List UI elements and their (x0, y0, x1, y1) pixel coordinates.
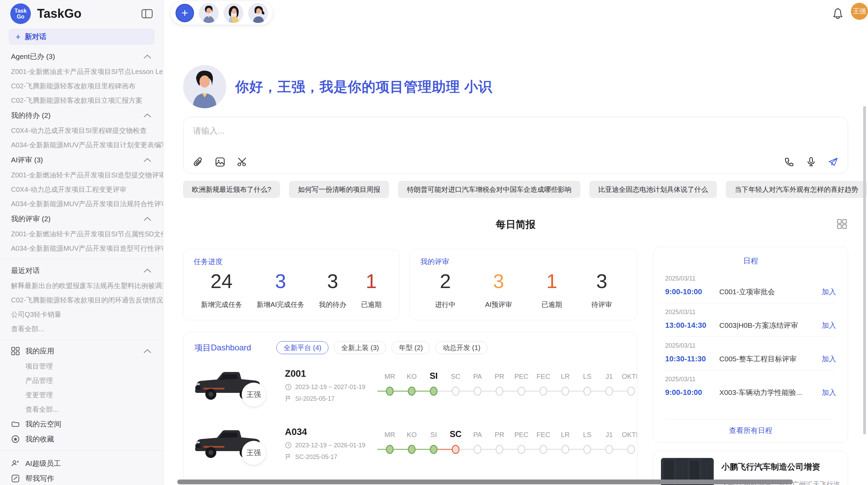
recent-chat-item[interactable]: 解释最新出台的欧盟报废车法规再生塑料比例被调至15%... (0, 278, 163, 293)
dashboard-tab[interactable]: 年型 (2) (391, 341, 430, 354)
stat: 3 AI预评审 (485, 271, 512, 309)
image-icon[interactable] (215, 157, 225, 167)
join-button[interactable]: 加入 (822, 321, 836, 330)
schedule-item: 2025/03/11 9:00-10:00 C001-立项审批会 加入 (665, 270, 836, 303)
suggestion-chip[interactable]: 欧洲新规最近颁布了什么? (183, 181, 280, 198)
ai-staff-label: AI超级员工 (25, 459, 61, 468)
avatar[interactable] (224, 3, 243, 23)
stat: 24 新增完成任务 (201, 271, 242, 309)
stat-label: 已逾期 (542, 300, 562, 309)
dashboard-tabs: 全新平台 (4)全新上装 (3)年型 (2)动总开发 (1) (276, 341, 487, 354)
sidebar-item[interactable]: Z001-全新燃油轻卡产品开发项目SI节点属性5D文件评审 (0, 227, 163, 241)
task-progress-stats: 24 新增完成任务 3 新增AI完成任务 3 我的待办 1 (194, 268, 389, 312)
stat-label: AI预评审 (485, 300, 512, 309)
svg-text:MR: MR (384, 373, 395, 380)
task-progress-card: 任务进度 24 新增完成任务 3 新增AI完成任务 3 (183, 249, 399, 320)
sidebar-item-ai-staff[interactable]: AI超级员工 (0, 456, 163, 471)
dashboard-tab[interactable]: 动总开发 (1) (435, 341, 487, 354)
schedule-card: 日程 2025/03/11 9:00-10:00 C001-立项审批会 加入 (653, 247, 848, 443)
sidebar-item-cloud-space[interactable]: 我的云空间 (0, 416, 163, 432)
dashboard-title: 项目Dashboard (194, 342, 251, 353)
suggestion-chip[interactable]: 如何写一份清晰的项目周报 (289, 181, 389, 198)
section-title: 我的评审 (2) (11, 214, 51, 224)
my-todo-list: C0X4-动力总成开发项目SI里程碑提交物检查A034-全新新能源MUV产品开发… (0, 123, 163, 152)
dashboard-tab[interactable]: 全新上装 (3) (334, 341, 386, 354)
scissors-icon[interactable] (237, 157, 247, 167)
user-avatar[interactable]: 王强 (851, 3, 868, 20)
sidebar-item-favorites[interactable]: 我的收藏 (0, 432, 163, 447)
sidebar-item[interactable]: C0X4-动力总成开发项目工程变更评审 (0, 182, 163, 197)
stat-value: 3 (596, 271, 607, 291)
stat-label: 新增AI完成任务 (257, 300, 304, 309)
sidebar-item[interactable]: C0X4-动力总成开发项目SI里程碑提交物检查 (0, 123, 163, 138)
add-session-button[interactable]: + (176, 4, 194, 22)
join-button[interactable]: 加入 (822, 287, 836, 297)
recent-chats-list: 解释最新出台的欧盟报废车法规再生塑料比例被调至15%...C02-飞腾新能源轻客… (0, 278, 163, 336)
send-icon[interactable] (828, 157, 838, 167)
suggestion-chip[interactable]: 比亚迪全固态电池计划具体说了什么 (589, 181, 717, 198)
right-column: 日程 2025/03/11 9:00-10:00 C001-立项审批会 加入 (653, 247, 848, 485)
sidebar-item[interactable]: C02-飞腾新能源轻客改款项目立项汇报方案 (0, 93, 163, 108)
chat-input[interactable] (193, 125, 838, 157)
mic-icon[interactable] (806, 157, 816, 167)
join-button[interactable]: 加入 (822, 354, 836, 364)
paperclip-icon[interactable] (193, 157, 203, 167)
chevron-up-icon (143, 54, 152, 59)
section-header-ai-review[interactable]: AI评审 (3) (0, 152, 163, 168)
owner-name: 王强 (246, 448, 261, 458)
horizontal-scrollbar[interactable] (177, 480, 793, 484)
app-item[interactable]: 产品管理 (0, 373, 163, 388)
section-header-agent-done[interactable]: Agent已办 (3) (0, 49, 163, 64)
dashboard-tab[interactable]: 全新平台 (4) (276, 341, 328, 354)
avatar[interactable] (248, 3, 268, 23)
sidebar-item[interactable]: A034-全新新能源MUV产品开发项目法规符合性评审 (0, 197, 163, 211)
section-header-my-review[interactable]: 我的评审 (2) (0, 211, 163, 227)
recent-chat-item[interactable]: 公司Q3轻卡销量 (0, 307, 163, 322)
sidebar-item[interactable]: Z001-全新燃油轻卡产品开发项目SI造型提交物评审 (0, 168, 163, 182)
sidebar-item[interactable]: Z001-全新燃油皮卡产品开发项目SI节点Lesson Learn报告 (0, 64, 163, 79)
news-title: 小鹏飞行汽车制造公司增资 (721, 461, 840, 472)
project-image: 王强 (193, 368, 266, 402)
chevron-up-icon (143, 158, 152, 162)
vertical-scrollbar[interactable] (863, 106, 866, 434)
project-info: Z001 2023-12-19 ~ 2027-01-19 SI-2025-05-… (285, 369, 375, 402)
sidebar-item[interactable]: A034-全新新能源MUV产品开发项目计划变更表编写 (0, 138, 163, 152)
new-chat-button[interactable]: + 新对话 (9, 29, 154, 45)
project-dates: 2023-12-19 ~ 2027-01-19 (285, 384, 375, 391)
favorites-icon (11, 435, 20, 444)
phone-icon[interactable] (784, 157, 794, 167)
project-row[interactable]: 王强 A034 2023-12-19 ~ 2026-01-19 SC (193, 416, 627, 471)
panel-collapse-icon[interactable] (141, 9, 153, 19)
app-item[interactable]: 项目管理 (0, 359, 163, 373)
view-all-schedule-link[interactable]: 查看所有日程 (665, 419, 836, 435)
section-header-my-todo[interactable]: 我的待办 (2) (0, 108, 163, 123)
briefing-header: 每日简报 (183, 218, 848, 234)
app-item[interactable]: 查看全部... (0, 402, 163, 416)
layout-grid-icon[interactable] (836, 219, 847, 229)
sidebar-item[interactable]: C02-飞腾新能源轻客改款项目里程碑画布 (0, 79, 163, 93)
svg-text:SI: SI (430, 371, 438, 381)
sidebar-item[interactable]: A034-全新新能源MUV产品开发项目造型可行性评审 (0, 241, 163, 256)
section-header-my-apps[interactable]: 我的应用 (0, 343, 163, 359)
logo-line2: Go (17, 14, 24, 20)
briefing-title: 每日简报 (183, 218, 848, 232)
suggestion-chip[interactable]: 当下年轻人对汽车外观有怎样的喜好趋势 (726, 181, 867, 198)
project-flag-label: SC-2025-05-17 (295, 453, 337, 461)
recent-chat-item[interactable]: C02-飞腾新能源轻客改款项目的闭环通告反馈情况 (0, 293, 163, 307)
svg-text:LR: LR (561, 431, 570, 438)
project-row[interactable]: 王强 Z001 2023-12-19 ~ 2027-01-19 SI (193, 358, 627, 412)
suggestion-chip[interactable]: 特朗普可能对进口汽车增税会对中国车企造成哪些影响 (398, 181, 580, 198)
logo-line1: Task (14, 8, 26, 14)
join-button[interactable]: 加入 (822, 388, 836, 397)
svg-text:KO: KO (407, 373, 417, 380)
section-header-recent-chats[interactable]: 最近对话 (0, 263, 163, 278)
bell-icon[interactable] (832, 8, 844, 20)
svg-text:PA: PA (473, 431, 482, 438)
stat-value: 1 (546, 271, 557, 291)
write-helper-label: 帮我写作 (25, 474, 54, 483)
app-item[interactable]: 变更管理 (0, 388, 163, 402)
stat-label: 新增完成任务 (201, 300, 242, 309)
recent-chat-item[interactable]: 查看全部... (0, 322, 163, 336)
avatar[interactable] (199, 3, 219, 23)
sidebar-item-write-helper[interactable]: 帮我写作 (0, 471, 163, 485)
